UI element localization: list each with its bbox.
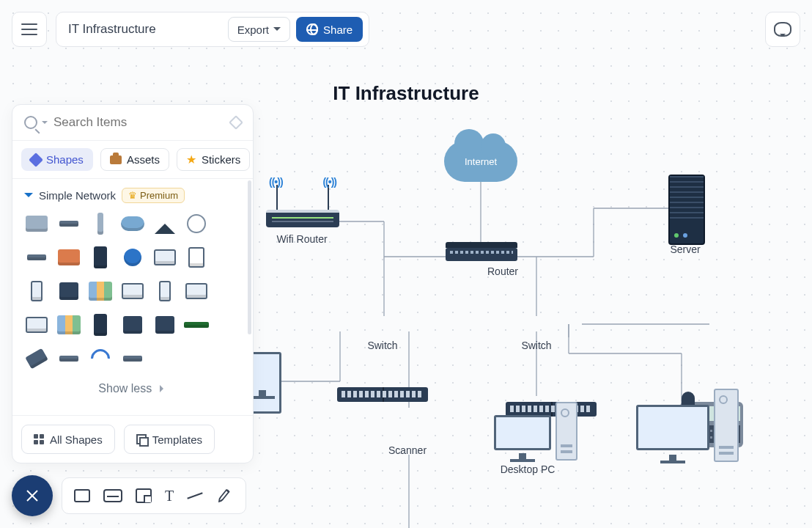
tab-assets[interactable]: Assets	[100, 148, 169, 171]
share-label: Share	[323, 23, 353, 36]
rectangle-icon	[74, 489, 90, 502]
premium-badge: ♛ Premium	[122, 188, 185, 203]
menu-button[interactable]	[12, 12, 47, 47]
title-bar: IT Infrastructure Export Share	[56, 12, 369, 47]
shape-firewall[interactable]	[55, 244, 83, 271]
document-title[interactable]: IT Infrastructure	[68, 22, 156, 37]
hamburger-icon	[21, 23, 37, 35]
share-button[interactable]: Share	[296, 17, 363, 42]
tab-shapes-label: Shapes	[46, 153, 84, 166]
shape-fax[interactable]	[55, 278, 83, 304]
node-pc-center[interactable]	[494, 402, 577, 461]
tool-sticky-note[interactable]	[136, 488, 152, 503]
search-input[interactable]	[53, 115, 225, 130]
shape-satellite[interactable]	[23, 345, 51, 372]
shape-switch[interactable]	[55, 210, 83, 237]
shape-widescreen[interactable]	[183, 278, 211, 304]
templates-label: Templates	[152, 433, 202, 446]
shape-hub[interactable]	[119, 345, 147, 372]
tool-pen[interactable]	[216, 487, 234, 505]
shape-printer[interactable]	[151, 312, 179, 338]
all-shapes-button[interactable]: All Shapes	[21, 425, 115, 454]
shape-phone-2[interactable]	[151, 278, 179, 304]
shape-cloud[interactable]	[119, 210, 147, 237]
globe-icon	[306, 23, 318, 35]
node-switch-left[interactable]	[337, 387, 428, 402]
crown-icon: ♛	[128, 190, 137, 201]
node-pc-right[interactable]	[636, 389, 739, 462]
panel-tabs: Shapes Assets ★ Stickers	[12, 141, 253, 178]
node-router[interactable]	[446, 248, 517, 261]
shape-wifi-signal[interactable]	[86, 345, 114, 372]
search-scope-caret-icon[interactable]	[42, 121, 48, 127]
tool-text[interactable]: T	[165, 488, 174, 505]
panel-search-row	[12, 105, 253, 141]
show-less-label: Show less	[98, 382, 152, 395]
chevron-right-icon	[160, 385, 167, 392]
shape-tower-server[interactable]	[86, 312, 114, 338]
export-button[interactable]: Export	[228, 17, 290, 42]
show-less-button[interactable]: Show less	[23, 372, 243, 408]
node-internet-label: Internet	[444, 141, 517, 182]
tab-stickers[interactable]: ★ Stickers	[177, 148, 250, 171]
tool-line[interactable]	[187, 495, 203, 496]
briefcase-icon	[110, 155, 122, 164]
premium-badge-label: Premium	[140, 190, 178, 201]
panel-section-body: Simple Network ♛ Premium	[12, 178, 253, 415]
all-shapes-label: All Shapes	[50, 433, 103, 446]
shape-monitor[interactable]	[151, 244, 179, 271]
shape-server-rack[interactable]	[86, 244, 114, 271]
shape-tablet[interactable]	[183, 244, 211, 271]
tool-label[interactable]	[103, 489, 122, 502]
tab-stickers-label: Stickers	[202, 153, 240, 166]
shape-display[interactable]	[119, 278, 147, 304]
shape-modem[interactable]	[55, 345, 83, 372]
shape-building[interactable]	[86, 278, 114, 304]
shape-jet[interactable]	[151, 210, 179, 237]
chat-bubble-icon	[774, 22, 791, 37]
bottom-toolbox: T	[62, 477, 246, 514]
templates-button[interactable]: Templates	[124, 425, 215, 454]
shape-satellite-dish[interactable]	[183, 210, 211, 237]
comments-button[interactable]	[765, 12, 800, 47]
export-label: Export	[237, 23, 269, 36]
node-server[interactable]	[668, 175, 705, 245]
templates-icon	[136, 434, 147, 444]
grid-icon	[34, 434, 44, 444]
search-icon[interactable]	[24, 116, 37, 129]
shape-smartphone[interactable]	[23, 278, 51, 304]
panel-scrollbar[interactable]	[248, 180, 251, 334]
close-icon	[24, 488, 40, 504]
sticky-note-icon	[136, 488, 152, 503]
tab-shapes[interactable]: Shapes	[21, 148, 93, 171]
shape-rackunit[interactable]	[23, 244, 51, 271]
shape-laptop[interactable]	[23, 312, 51, 338]
panel-footer: All Shapes Templates	[12, 415, 253, 463]
text-icon: T	[165, 488, 174, 505]
shape-grid	[23, 210, 243, 372]
section-title: Simple Network	[39, 189, 116, 202]
shape-wifi-router[interactable]	[23, 210, 51, 237]
chevron-down-icon	[24, 193, 33, 202]
diamond-icon	[29, 153, 43, 167]
top-toolbar: IT Infrastructure Export Share	[12, 12, 369, 47]
shape-walkie[interactable]	[119, 312, 147, 338]
line-icon	[188, 492, 203, 499]
tool-rectangle[interactable]	[74, 489, 90, 502]
pin-icon[interactable]	[229, 115, 243, 130]
section-header[interactable]: Simple Network ♛ Premium	[23, 179, 243, 210]
bottom-toolbox-wrap: T	[12, 475, 246, 516]
node-wifi-router[interactable]: ((•)) ((•))	[266, 210, 339, 227]
shapes-panel: Shapes Assets ★ Stickers Simple Network …	[12, 104, 254, 463]
shape-city[interactable]	[55, 312, 83, 338]
chevron-down-icon	[273, 27, 281, 34]
label-icon	[103, 489, 122, 502]
close-toolbox-button[interactable]	[12, 475, 53, 516]
node-internet[interactable]: Internet	[444, 141, 517, 182]
shape-globe[interactable]	[119, 244, 147, 271]
tab-assets-label: Assets	[127, 153, 160, 166]
pen-icon	[216, 487, 234, 505]
shape-patch-panel[interactable]	[183, 312, 211, 338]
star-icon: ★	[186, 154, 196, 166]
shape-antenna-tower[interactable]	[86, 210, 114, 237]
